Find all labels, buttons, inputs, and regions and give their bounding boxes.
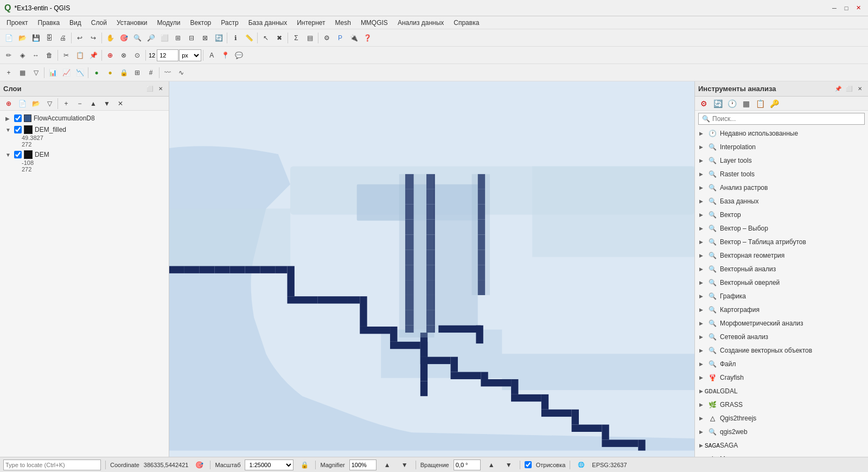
analysis-script-btn[interactable]: 🔑 <box>768 97 781 110</box>
zoom-rubber-btn[interactable]: ⬜ <box>158 31 171 44</box>
map-canvas[interactable] <box>169 81 694 457</box>
grid-btn[interactable]: ⊞ <box>131 66 144 79</box>
cut-btn[interactable]: ✂ <box>60 49 73 62</box>
settings-btn[interactable]: ⚙ <box>320 31 333 44</box>
analysis-history-btn[interactable]: 🔄 <box>711 97 724 110</box>
chart2-btn[interactable]: 📈 <box>60 66 73 79</box>
menu-item-растр[interactable]: Растр <box>216 18 242 28</box>
menu-item-анализ-данных[interactable]: Анализ данных <box>393 18 448 28</box>
tool-item-18[interactable]: ▶🦞Crayfish <box>695 371 868 385</box>
up-btn[interactable]: ▲ <box>87 97 100 110</box>
tool-item-7[interactable]: ▶🔍Вектор – Выбор <box>695 222 868 235</box>
identify-btn[interactable]: ℹ <box>229 31 242 44</box>
tool-item-2[interactable]: ▶🔍Layer tools <box>695 154 868 168</box>
refresh-btn[interactable]: 🔄 <box>212 31 225 44</box>
tool-item-8[interactable]: ▶🔍Вектор – Таблица атрибутов <box>695 235 868 249</box>
open-layer-btn[interactable]: 📂 <box>29 97 42 110</box>
expand-all-btn[interactable]: + <box>60 97 73 110</box>
pin-btn[interactable]: 📍 <box>219 49 232 62</box>
attr-table-btn[interactable]: ▤ <box>303 31 316 44</box>
tool-item-15[interactable]: ▶🔍Сетевой анализ <box>695 330 868 344</box>
magnifier-down[interactable]: ▼ <box>398 458 411 471</box>
layer-row-flow[interactable]: ▶ FlowAccumulationD8 <box>4 114 167 123</box>
profile2-btn[interactable]: ∿ <box>175 66 188 79</box>
menu-item-mesh[interactable]: Mesh <box>331 18 355 28</box>
zoom-layer-btn[interactable]: ⊟ <box>185 31 198 44</box>
plugins-btn[interactable]: 🔌 <box>347 31 360 44</box>
paste-btn[interactable]: 📌 <box>87 49 100 62</box>
tool-item-13[interactable]: ▶🔍Картография <box>695 303 868 317</box>
rotation-input[interactable] <box>454 460 481 470</box>
zoom-out-btn[interactable]: 🔎 <box>144 31 157 44</box>
layer-checkbox-dem[interactable] <box>14 151 22 158</box>
unit-select[interactable]: px mm <box>179 49 201 61</box>
locate-input[interactable] <box>3 460 101 470</box>
lock-btn[interactable]: 🔒 <box>117 66 130 79</box>
deselect-btn[interactable]: ✖ <box>273 31 286 44</box>
layer-checkbox-flow[interactable] <box>14 114 22 122</box>
snap2-btn[interactable]: ⊗ <box>117 49 130 62</box>
zoom-full-btn[interactable]: ⊞ <box>171 31 184 44</box>
pan-to-selection-btn[interactable]: 🎯 <box>117 31 130 44</box>
menu-item-вид[interactable]: Вид <box>65 18 86 28</box>
select-btn[interactable]: ↖ <box>259 31 272 44</box>
menu-item-слой[interactable]: Слой <box>87 18 111 28</box>
group-btn[interactable]: ▦ <box>16 66 29 79</box>
zoom-selection-btn[interactable]: ⊠ <box>199 31 212 44</box>
lock-icon[interactable]: 🔒 <box>298 458 311 471</box>
new-project-btn[interactable]: 📄 <box>2 31 15 44</box>
tool-item-20[interactable]: ▶🌿GRASS <box>695 398 868 412</box>
analysis-clock-btn[interactable]: 🕐 <box>725 97 738 110</box>
minimize-button[interactable]: ─ <box>829 3 840 14</box>
snap3-btn[interactable]: ⊙ <box>131 49 144 62</box>
python-btn[interactable]: P <box>334 31 347 44</box>
analysis-recent-btn[interactable]: ⚙ <box>697 97 710 110</box>
tool-item-17[interactable]: ▶🔍Файл <box>695 358 868 371</box>
tool-item-1[interactable]: ▶🔍Interpolation <box>695 141 868 154</box>
print-btn[interactable]: 🖨 <box>56 31 69 44</box>
layers-maximize-btn[interactable]: ⬜ <box>145 84 155 94</box>
profile-btn[interactable]: 〰 <box>161 66 174 79</box>
tool-item-23[interactable]: ▶SAGASAGA <box>695 439 868 452</box>
magnifier-input[interactable] <box>349 460 376 470</box>
right-close-btn[interactable]: ✕ <box>855 84 865 94</box>
menu-item-установки[interactable]: Установки <box>112 18 151 28</box>
right-maximize-btn[interactable]: ⬜ <box>844 84 854 94</box>
analysis-help-btn[interactable]: 📋 <box>754 97 767 110</box>
tool-item-24[interactable]: ▶⚙Модели <box>695 452 868 457</box>
tool-item-21[interactable]: ▶△Qgis2threejs <box>695 412 868 425</box>
analysis-model-btn[interactable]: ▦ <box>739 97 752 110</box>
menu-item-mmqgis[interactable]: MMQGIS <box>356 18 392 28</box>
layer-row-dem[interactable]: ▼ DEM <box>4 150 167 160</box>
menu-item-база-данных[interactable]: База данных <box>244 18 291 28</box>
measure-btn[interactable]: 📏 <box>242 31 256 44</box>
rotation-down[interactable]: ▼ <box>502 458 515 471</box>
tool-item-9[interactable]: ▶🔍Векторная геометрия <box>695 249 868 263</box>
delete-btn[interactable]: 🗑 <box>43 49 56 62</box>
scale-select[interactable]: 1:25000 1:50000 <box>245 460 293 470</box>
rotation-up[interactable]: ▲ <box>485 458 498 471</box>
collapse-all-btn[interactable]: − <box>73 97 86 110</box>
menu-item-интернет[interactable]: Интернет <box>292 18 329 28</box>
digitize-btn[interactable]: ✏ <box>2 49 15 62</box>
menu-item-модули[interactable]: Модули <box>152 18 184 28</box>
filter-layer-btn[interactable]: ▽ <box>43 97 56 110</box>
open-project-btn[interactable]: 📂 <box>16 31 29 44</box>
annotation-btn[interactable]: 💬 <box>232 49 245 62</box>
tool-item-5[interactable]: ▶🔍База данных <box>695 195 868 208</box>
add-layer-toolbar-btn[interactable]: ⊕ <box>2 97 15 110</box>
copy-btn[interactable]: 📋 <box>73 49 86 62</box>
redo-btn[interactable]: ↪ <box>87 31 100 44</box>
menu-item-правка[interactable]: Правка <box>34 18 65 28</box>
chart1-btn[interactable]: 📊 <box>46 66 59 79</box>
right-pin-btn[interactable]: 📌 <box>833 84 843 94</box>
save-project-btn[interactable]: 💾 <box>29 31 42 44</box>
layers-close-btn[interactable]: ✕ <box>156 84 165 94</box>
yellow-btn[interactable]: ● <box>104 66 117 79</box>
font-size-input[interactable] <box>157 49 178 61</box>
layer-row-dem-filled[interactable]: ▼ DEM_filled <box>4 125 167 135</box>
tool-item-11[interactable]: ▶🔍Векторный оверлей <box>695 276 868 290</box>
undo-btn[interactable]: ↩ <box>73 31 86 44</box>
tool-item-12[interactable]: ▶🔍Графика <box>695 290 868 303</box>
green-btn[interactable]: ● <box>90 66 103 79</box>
